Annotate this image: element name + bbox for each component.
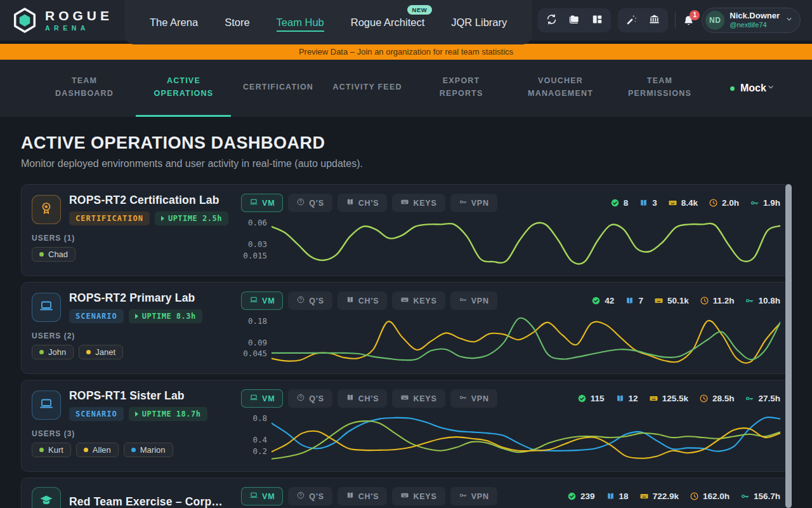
nav-store[interactable]: Store [225, 13, 249, 32]
stat-value: 8.4k [681, 198, 698, 208]
uptime-badge: UPTIME 18.7h [129, 407, 207, 421]
environment-selector[interactable]: Mock [730, 60, 775, 117]
env-button-label: VM [262, 199, 275, 208]
tabs: TEAM DASHBOARDACTIVE OPERATIONSCERTIFICA… [37, 60, 707, 117]
env-button-label: VPN [471, 492, 489, 501]
stats-row: 11512125.5k28.5h27.5h [577, 394, 780, 403]
env-ch-s-button[interactable]: CH'S [337, 389, 388, 408]
question-icon [296, 295, 305, 306]
env-vm-button[interactable]: VM [241, 487, 283, 505]
user-handle: @nextlife74 [730, 21, 780, 29]
header-bank-button[interactable] [648, 13, 660, 27]
notifications-button[interactable]: 1 [683, 15, 695, 27]
clock-icon [699, 394, 709, 403]
stat-book: 12 [615, 394, 638, 403]
tab-export-reports[interactable]: EXPORT REPORTS [414, 60, 509, 117]
operation-title: ROPS-RT2 Certification Lab [69, 194, 228, 207]
env-buttons: VMQ'SCH'SKEYSVPN [241, 291, 497, 310]
env-vm-button[interactable]: VM [241, 291, 283, 310]
user-chip-marion: Marion [124, 443, 173, 457]
header-sync-button[interactable] [546, 13, 558, 27]
chevron-down-icon [766, 83, 775, 94]
env-q-s-button[interactable]: Q'S [288, 389, 332, 408]
header-wand-button[interactable] [625, 13, 638, 27]
env-keys-button[interactable]: KEYS [392, 487, 445, 505]
stat-value: 27.5h [758, 394, 780, 403]
nav-the-arena[interactable]: The Arena [150, 13, 198, 32]
stat-check: 115 [577, 394, 605, 403]
user-menu[interactable]: ND Nick.Downer @nextlife74 [702, 8, 801, 33]
y-axis-tick: 0.18 [248, 316, 267, 325]
stat-key: 156.7h [740, 491, 780, 501]
users-label: USERS (2) [32, 331, 241, 340]
tab-team-permissions[interactable]: TEAM PERMISSIONS [612, 60, 707, 117]
team-hub-app: ROGUE ARENA The ArenaStoreTeam HubRogue … [0, 0, 812, 508]
sync-icon [546, 13, 558, 27]
nav-rogue-architect[interactable]: Rogue ArchitectNEW [351, 13, 424, 32]
banner-text: Preview Data – Join an organization for … [299, 47, 513, 57]
env-vpn-button[interactable]: VPN [450, 291, 497, 310]
env-q-s-button[interactable]: Q'S [288, 291, 332, 310]
env-ch-s-button[interactable]: CH'S [337, 487, 388, 505]
tab-certification[interactable]: CERTIFICATION [235, 60, 321, 117]
env-q-s-button[interactable]: Q'S [288, 194, 332, 212]
env-vpn-button[interactable]: VPN [450, 487, 497, 505]
stat-book: 18 [606, 491, 629, 501]
env-keys-button[interactable]: KEYS [392, 194, 445, 212]
card-left: ROPS-RT2 Primary Lab SCENARIO UPTIME 8.3… [32, 291, 241, 366]
tab-activity-feed[interactable]: ACTIVITY FEED [325, 60, 410, 117]
operation-title: ROPS-RT1 Sister Lab [69, 389, 207, 403]
env-buttons: VMQ'SCH'SKEYSVPN [241, 487, 497, 505]
chart-line-series-blue [272, 417, 780, 451]
stat-value: 42 [605, 296, 614, 305]
env-ch-s-button[interactable]: CH'S [337, 291, 388, 310]
key-icon [459, 197, 468, 208]
env-ch-s-button[interactable]: CH'S [337, 194, 388, 212]
chart-y-axis: 0.80.40.2 [241, 411, 272, 464]
chart-area: 0.180.090.045 [241, 313, 780, 366]
book-icon [639, 198, 648, 208]
users-label: USERS (1) [32, 234, 241, 243]
new-badge: NEW [407, 5, 433, 15]
key-icon [740, 491, 750, 501]
card-right: VMQ'SCH'SKEYSVPN 23918722.9k162.0h156.7h [241, 487, 780, 508]
stat-clock: 2.0h [709, 198, 739, 208]
env-vm-button[interactable]: VM [241, 194, 283, 212]
stat-book: 7 [625, 296, 643, 305]
user-chips: JohnJanet [32, 345, 241, 359]
env-q-s-button[interactable]: Q'S [288, 487, 332, 505]
type-badge: SCENARIO [69, 407, 124, 421]
header-folder-button[interactable] [568, 13, 580, 27]
stat-value: 1.9h [763, 198, 780, 208]
header-layout-button[interactable] [591, 13, 603, 27]
check-icon [610, 198, 620, 208]
nav-label: The Arena [150, 17, 198, 28]
brand[interactable]: ROGUE ARENA [11, 7, 113, 34]
book-icon [346, 393, 355, 404]
keyboard-icon [400, 295, 409, 306]
stat-value: 11.2h [713, 296, 735, 305]
nav-label: Team Hub [277, 17, 324, 28]
env-vpn-button[interactable]: VPN [450, 194, 497, 212]
book-icon [346, 295, 355, 306]
nav-jqr-library[interactable]: JQR Library [451, 13, 507, 32]
stat-clock: 28.5h [699, 394, 735, 403]
activity-chart [272, 411, 780, 464]
laptop-icon [249, 197, 258, 208]
tab-team-dashboard[interactable]: TEAM DASHBOARD [37, 60, 132, 117]
key-icon [459, 295, 468, 306]
scrollbar-thumb[interactable] [785, 184, 792, 508]
operation-title: Red Team Exercise – Corpora… [69, 495, 226, 508]
activity-chart [272, 215, 780, 269]
tab-active-operations[interactable]: ACTIVE OPERATIONS [136, 60, 231, 117]
check-icon [591, 296, 601, 305]
nav-team-hub[interactable]: Team Hub [277, 13, 324, 32]
env-keys-button[interactable]: KEYS [392, 291, 445, 310]
env-keys-button[interactable]: KEYS [392, 389, 445, 408]
stat-value: 28.5h [712, 394, 735, 403]
user-name: Nick.Downer [730, 11, 780, 21]
env-vm-button[interactable]: VM [241, 389, 283, 408]
env-vpn-button[interactable]: VPN [450, 389, 497, 408]
tab-voucher-management[interactable]: VOUCHER MANAGEMENT [513, 60, 608, 117]
chart-line-activity [272, 223, 780, 264]
